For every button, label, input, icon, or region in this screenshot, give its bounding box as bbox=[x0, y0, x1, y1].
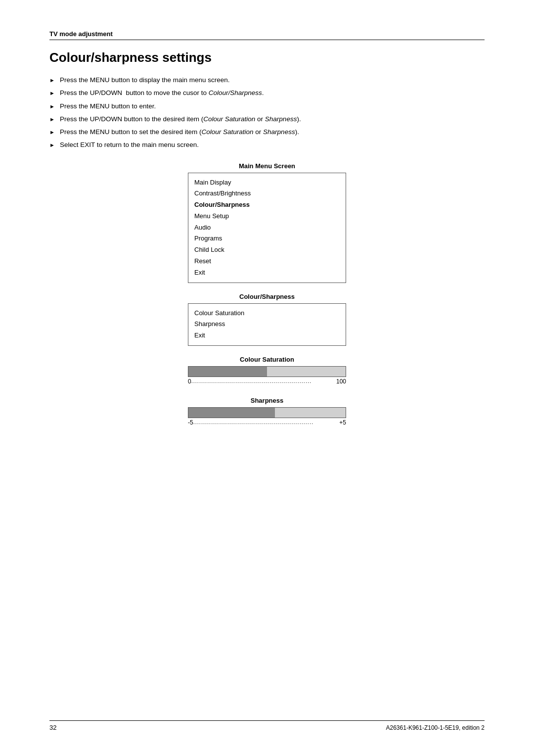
instruction-5-italic1: Colour Saturation bbox=[202, 128, 254, 136]
main-menu-screen-label: Main Menu Screen bbox=[239, 162, 295, 170]
instructions-list: ► Press the MENU button to display the m… bbox=[49, 75, 485, 150]
colour-saturation-dots: ........................................… bbox=[191, 378, 336, 385]
menu-item-child-lock: Child Lock bbox=[194, 244, 340, 256]
instruction-1: ► Press the MENU button to display the m… bbox=[49, 75, 485, 85]
instruction-4-italic2: Sharpness bbox=[265, 115, 297, 123]
menu-item-menu-setup: Menu Setup bbox=[194, 211, 340, 222]
sharpness-section: Sharpness -5 ...........................… bbox=[49, 397, 485, 426]
section-header: TV mode adjustment bbox=[49, 30, 485, 40]
bullet-arrow-1: ► bbox=[49, 76, 55, 85]
colour-saturation-fill bbox=[188, 367, 267, 377]
instruction-4-text: Press the UP/DOWN button to the desired … bbox=[60, 114, 301, 124]
page-title: Colour/sharpness settings bbox=[49, 50, 485, 65]
instruction-2-italic: Colour/Sharpness bbox=[209, 89, 262, 96]
colour-sharpness-menu-container: Colour/Sharpness Colour Saturation Sharp… bbox=[49, 293, 485, 346]
footer-doc-reference: A26361-K961-Z100-1-5E19, edition 2 bbox=[386, 724, 485, 731]
bullet-arrow-4: ► bbox=[49, 115, 55, 124]
bullet-arrow-6: ► bbox=[49, 141, 55, 149]
menu-item-exit: Exit bbox=[194, 267, 340, 279]
sharpness-range: -5 .....................................… bbox=[188, 419, 346, 426]
submenu-item-sharpness: Sharpness bbox=[194, 319, 340, 330]
colour-saturation-range-end: 100 bbox=[336, 378, 346, 385]
instruction-1-text: Press the MENU button to display the mai… bbox=[60, 75, 230, 85]
sharpness-dots: ........................................… bbox=[193, 419, 340, 426]
instruction-2-text: Press the UP/DOWN button to move the cus… bbox=[60, 88, 264, 98]
menu-item-contrast: Contrast/Brightness bbox=[194, 188, 340, 199]
menu-item-programs: Programs bbox=[194, 233, 340, 244]
instruction-6: ► Select EXIT to return to the main menu… bbox=[49, 140, 485, 150]
colour-sharpness-menu-box: Colour Saturation Sharpness Exit bbox=[188, 303, 346, 346]
colour-sharpness-menu-label: Colour/Sharpness bbox=[239, 293, 295, 300]
colour-saturation-range-start: 0 bbox=[188, 378, 191, 385]
sharpness-range-end: +5 bbox=[339, 419, 346, 426]
submenu-item-exit: Exit bbox=[194, 330, 340, 341]
menu-item-main-display: Main Display bbox=[194, 177, 340, 189]
instruction-5-text: Press the MENU button to set the desired… bbox=[60, 127, 299, 137]
sharpness-range-start: -5 bbox=[188, 419, 193, 426]
footer-page-number: 32 bbox=[49, 724, 56, 731]
colour-saturation-label: Colour Saturation bbox=[240, 356, 294, 363]
instruction-3-text: Press the MENU button to enter. bbox=[60, 101, 156, 111]
bullet-arrow-2: ► bbox=[49, 89, 55, 97]
colour-saturation-section: Colour Saturation 0 ....................… bbox=[49, 356, 485, 385]
bullet-arrow-3: ► bbox=[49, 102, 55, 111]
instruction-4: ► Press the UP/DOWN button to the desire… bbox=[49, 114, 485, 124]
colour-saturation-slider-box[interactable] bbox=[188, 366, 346, 377]
sharpness-slider-box[interactable] bbox=[188, 407, 346, 418]
main-menu-screen-box: Main Display Contrast/Brightness Colour/… bbox=[188, 173, 346, 283]
sharpness-label: Sharpness bbox=[251, 397, 283, 404]
menu-item-reset: Reset bbox=[194, 256, 340, 267]
submenu-item-colour-saturation: Colour Saturation bbox=[194, 308, 340, 319]
instruction-2: ► Press the UP/DOWN button to move the c… bbox=[49, 88, 485, 98]
instruction-3: ► Press the MENU button to enter. bbox=[49, 101, 485, 111]
section-header-text: TV mode adjustment bbox=[49, 30, 113, 38]
menu-item-colour-sharpness: Colour/Sharpness bbox=[194, 199, 340, 211]
colour-saturation-range: 0 ......................................… bbox=[188, 378, 346, 385]
main-menu-screen-container: Main Menu Screen Main Display Contrast/B… bbox=[49, 162, 485, 283]
bullet-arrow-5: ► bbox=[49, 128, 55, 137]
page-footer: 32 A26361-K961-Z100-1-5E19, edition 2 bbox=[49, 720, 485, 731]
instruction-6-text: Select EXIT to return to the main menu s… bbox=[60, 140, 199, 150]
instruction-4-italic1: Colour Saturation bbox=[203, 115, 255, 123]
page: TV mode adjustment Colour/sharpness sett… bbox=[0, 0, 534, 756]
sharpness-fill bbox=[188, 408, 275, 418]
instruction-5-italic2: Sharpness bbox=[263, 128, 295, 136]
menu-item-audio: Audio bbox=[194, 222, 340, 234]
instruction-5: ► Press the MENU button to set the desir… bbox=[49, 127, 485, 137]
